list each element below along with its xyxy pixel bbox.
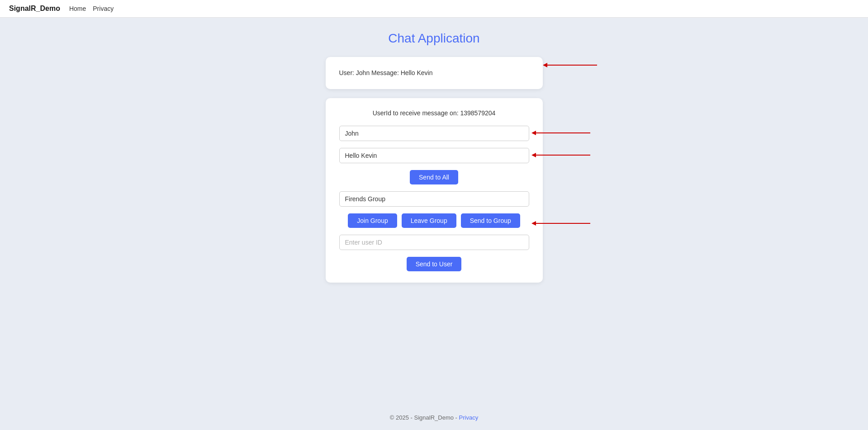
message-input[interactable] [339, 148, 529, 163]
message-text: User: John Message: Hello Kevin [339, 68, 433, 78]
leave-group-button[interactable]: Leave Group [402, 213, 456, 228]
svg-marker-7 [531, 221, 536, 226]
footer-text: © 2025 - SignalR_Demo - [390, 414, 457, 421]
svg-marker-1 [543, 63, 547, 67]
navbar-brand[interactable]: SignalR_Demo [9, 5, 60, 13]
group-buttons-row: Join Group Leave Group Send to Group [339, 213, 529, 228]
svg-marker-3 [531, 131, 536, 135]
send-to-user-button[interactable]: Send to User [407, 257, 462, 271]
arrow-annotation-3 [531, 151, 595, 160]
userid-info: UserId to receive message on: 1398579204 [339, 109, 529, 117]
user-id-input[interactable] [339, 235, 529, 250]
username-input[interactable] [339, 126, 529, 141]
footer: © 2025 - SignalR_Demo - Privacy [0, 405, 868, 430]
arrow-annotation-2 [531, 128, 595, 137]
group-input[interactable] [339, 191, 529, 207]
navbar: SignalR_Demo Home Privacy [0, 0, 868, 18]
navbar-link-privacy[interactable]: Privacy [93, 5, 114, 12]
message-card: User: John Message: Hello Kevin [326, 57, 543, 89]
arrow-annotation-4 [531, 219, 595, 228]
footer-privacy-link[interactable]: Privacy [459, 414, 479, 421]
form-card: UserId to receive message on: 1398579204… [326, 98, 543, 283]
arrow-annotation-1 [543, 61, 602, 70]
join-group-button[interactable]: Join Group [348, 213, 397, 228]
navbar-link-home[interactable]: Home [69, 5, 86, 12]
send-all-button[interactable]: Send to All [410, 170, 458, 184]
svg-marker-5 [531, 153, 536, 157]
navbar-links: Home Privacy [69, 5, 114, 12]
main-content: Chat Application User: John Message: Hel… [0, 18, 868, 405]
send-to-group-button[interactable]: Send to Group [461, 213, 520, 228]
page-title: Chat Application [388, 31, 479, 46]
